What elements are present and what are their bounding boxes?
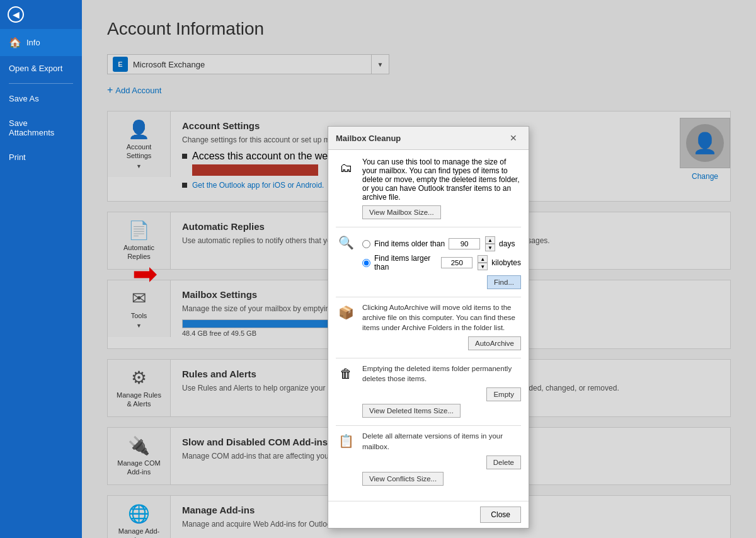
find-older-down[interactable]: ▼ [485, 244, 495, 251]
sidebar: ◀ 🏠 Info Open & Export Save As Save Atta… [0, 0, 82, 538]
find-older-spinners: ▲ ▼ [485, 236, 495, 251]
sidebar-item-save-as-label: Save As [9, 94, 39, 103]
find-radio-group: Find items older than ▲ ▼ days Find item… [362, 236, 521, 272]
sidebar-item-info[interactable]: 🏠 Info [0, 29, 82, 56]
autoarchive-content: Clicking AutoArchive will move old items… [362, 302, 521, 350]
dialog-footer-close-button[interactable]: Close [480, 507, 521, 523]
sidebar-item-save-attachments[interactable]: Save Attachments [0, 111, 82, 145]
sidebar-item-info-label: Info [26, 38, 40, 47]
find-older-row: Find items older than ▲ ▼ days [362, 236, 521, 251]
find-older-label: Find items older than [374, 239, 445, 248]
view-mailbox-size-button[interactable]: View Mailbox Size... [362, 205, 441, 219]
kilobytes-label: kilobytes [491, 258, 521, 267]
back-icon: ◀ [8, 6, 24, 23]
delete-content: Delete all alternate versions of items i… [362, 431, 521, 485]
dialog-empty-section: 🗑 Emptying the deleted items folder perm… [336, 363, 521, 418]
sidebar-item-save-attachments-label: Save Attachments [9, 118, 73, 137]
view-deleted-size-button[interactable]: View Deleted Items Size... [362, 404, 461, 418]
home-icon: 🏠 [9, 37, 21, 49]
dialog-close-button[interactable]: ✕ [506, 132, 521, 144]
dialog-intro-text: You can use this tool to manage the size… [362, 157, 521, 219]
empty-icon: 🗑 [336, 363, 356, 384]
mailbox-cleanup-dialog: Mailbox Cleanup ✕ 🗂 You can use this too… [328, 126, 529, 529]
dialog-intro-section: 🗂 You can use this tool to manage the si… [336, 157, 521, 219]
delete-icon: 📋 [336, 431, 356, 451]
empty-text: Emptying the deleted items folder perman… [362, 363, 521, 384]
back-button[interactable]: ◀ [0, 0, 82, 29]
autoarchive-row: Clicking AutoArchive will move old items… [362, 302, 521, 333]
find-items-icon: 🔍 [336, 232, 356, 253]
dialog-intro-content: You can use this tool to manage the size… [362, 157, 519, 202]
sidebar-item-print[interactable]: Print [0, 145, 82, 169]
autoarchive-text: Clicking AutoArchive will move old items… [362, 302, 521, 333]
find-larger-down[interactable]: ▼ [478, 263, 488, 270]
cleanup-intro-icon: 🗂 [336, 157, 356, 178]
find-larger-radio[interactable] [362, 259, 370, 267]
dialog-title: Mailbox Cleanup [336, 134, 401, 143]
find-larger-up[interactable]: ▲ [478, 255, 488, 263]
find-older-radio[interactable] [362, 240, 370, 248]
empty-content: Emptying the deleted items folder perman… [362, 363, 521, 418]
sidebar-item-open-export-label: Open & Export [9, 64, 62, 73]
autoarchive-button[interactable]: AutoArchive [468, 336, 521, 350]
days-label: days [499, 239, 515, 248]
dialog-autoarchive-section: 📦 Clicking AutoArchive will move old ite… [336, 302, 521, 350]
view-conflicts-size-button[interactable]: View Conflicts Size... [362, 472, 444, 486]
sidebar-item-save-as[interactable]: Save As [0, 86, 82, 111]
dialog-delete-section: 📋 Delete all alternate versions of items… [336, 431, 521, 485]
find-button[interactable]: Find... [487, 275, 521, 289]
dialog-body: 🗂 You can use this tool to manage the si… [328, 150, 529, 501]
empty-row: Emptying the deleted items folder perman… [362, 363, 521, 384]
find-older-up[interactable]: ▲ [485, 236, 495, 244]
delete-row: Delete all alternate versions of items i… [362, 431, 521, 451]
dialog-header: Mailbox Cleanup ✕ [328, 127, 529, 150]
autoarchive-icon: 📦 [336, 302, 356, 323]
dialog-footer: Close [328, 501, 529, 528]
empty-button[interactable]: Empty [486, 387, 521, 401]
delete-button[interactable]: Delete [486, 455, 521, 469]
sidebar-item-print-label: Print [9, 152, 26, 162]
find-larger-input[interactable] [441, 257, 472, 268]
find-larger-row: Find items larger than ▲ ▼ kilobytes [362, 254, 521, 272]
delete-text: Delete all alternate versions of items i… [362, 431, 521, 451]
dialog-find-section: 🔍 Find items older than ▲ ▼ days [336, 232, 521, 289]
find-older-input[interactable] [449, 238, 480, 249]
main-content: Account Information E Microsoft Exchange… [82, 0, 756, 538]
find-larger-label: Find items larger than [374, 254, 437, 272]
find-items-content: Find items older than ▲ ▼ days Find item… [362, 232, 521, 289]
sidebar-item-open-export[interactable]: Open & Export [0, 56, 82, 81]
find-larger-spinners: ▲ ▼ [478, 255, 488, 270]
